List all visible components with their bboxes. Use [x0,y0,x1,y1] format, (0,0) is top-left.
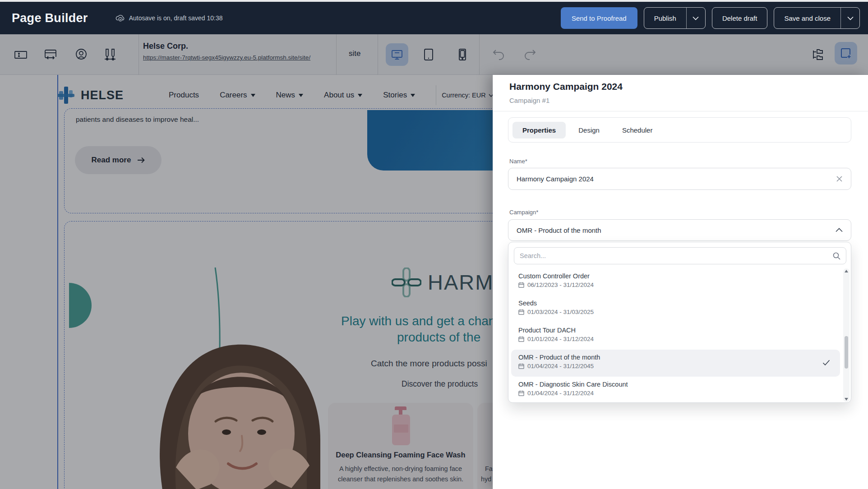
tablet-icon [422,48,435,61]
preview-tablet-button[interactable] [417,43,440,66]
campaign-select[interactable]: OMR - Product of the month [508,219,851,241]
variants-tool-icon[interactable] [103,47,117,62]
dropdown-scrollbar[interactable] [843,268,850,402]
undo-icon[interactable] [492,48,506,63]
nav-item-stories[interactable]: Stories [383,91,415,100]
tab-properties[interactable]: Properties [512,122,566,138]
search-icon [832,252,840,260]
harmony-subtext2: Discover the products [402,379,478,389]
sitemap-button[interactable] [807,43,829,66]
toolbar-divider [378,34,378,75]
calendar-icon [518,282,524,288]
section1-text: patients and diseases to improve heal... [76,115,199,124]
site-url-link[interactable]: https://master-7rqtwti-segx45igywzzy.eu-… [143,54,310,61]
preview-desktop-button[interactable] [386,43,408,66]
scroll-up-icon[interactable] [845,270,848,272]
chevron-down-icon [358,94,362,97]
page-builder-app: Page Builder Autosave is on, draft saved… [0,0,868,489]
chevron-down-icon [847,16,854,20]
check-icon [822,360,830,366]
calendar-icon [518,336,524,342]
read-more-button[interactable]: Read more [75,146,162,174]
nav-items: Products Careers News About us Stories [169,91,415,100]
product-bottle-image [392,406,410,445]
name-value: Harmony Campaign 2024 [517,175,836,183]
harmony-heading-line1: Play with us and get a chanc [341,314,502,328]
nav-item-about-us[interactable]: About us [324,91,362,100]
site-name: Helse Corp. [143,42,188,51]
layout-width-tool-icon[interactable] [43,47,58,62]
product-card[interactable]: Deep Cleansing Foaming Face Wash A highl… [328,403,473,489]
autosave-status: Autosave is on, draft saved 10:38 [115,13,223,23]
campaign-value: OMR - Product of the month [517,226,836,234]
harmony-subtext1: Catch the more products possi [371,359,487,369]
sitemap-icon [811,47,825,62]
calendar-icon [518,390,524,396]
chevron-down-icon [411,94,415,97]
add-section-button[interactable] [835,42,857,65]
autosave-cloud-icon [115,13,125,23]
toolbar-divider [336,34,337,75]
helse-logo[interactable]: HELSE [55,85,124,106]
preview-mobile-button[interactable] [451,43,474,66]
panel-subtitle: Campaign #1 [509,97,549,104]
site-scope-label: site [349,49,360,58]
dropdown-options: Custom Controller Order 06/12/2023 - 31/… [508,268,843,403]
chevron-down-icon [299,94,303,97]
chevron-down-icon [693,16,699,20]
model-photo [108,278,343,489]
tab-scheduler[interactable]: Scheduler [612,122,663,138]
scrollbar-thumb[interactable] [845,336,848,369]
mobile-icon [457,48,468,61]
nav-item-products[interactable]: Products [169,91,199,100]
calendar-icon [518,363,524,369]
dropdown-search[interactable] [514,247,846,264]
save-and-close-button[interactable]: Save and close [774,8,840,28]
currency-selector[interactable]: Currency: EUR [442,92,494,99]
scroll-down-icon[interactable] [845,398,848,401]
name-label: Name* [509,158,527,165]
arrow-right-icon [137,157,145,163]
publish-split-button: Publish [644,7,706,29]
app-title: Page Builder [12,11,88,25]
delete-draft-button[interactable]: Delete draft [712,7,768,29]
save-and-close-dropdown-toggle[interactable] [840,8,859,28]
panel-title: Harmony Campaign 2024 [509,81,623,92]
option-custom-controller-order[interactable]: Custom Controller Order 06/12/2023 - 31/… [511,268,840,295]
selection-edge [57,75,58,489]
option-omr-product-of-the-month[interactable]: OMR - Product of the month 01/04/2024 - … [511,350,840,377]
add-square-icon [839,46,853,60]
nav-item-news[interactable]: News [276,91,304,100]
save-and-close-split-button: Save and close [774,7,860,29]
campaign-dropdown: Custom Controller Order 06/12/2023 - 31/… [508,242,851,403]
top-header: Page Builder Autosave is on, draft saved… [0,2,868,34]
publish-button[interactable]: Publish [644,8,686,28]
toolbar-divider [479,34,480,75]
send-to-proofread-button[interactable]: Send to Proofread [561,7,637,29]
campaign-settings-panel: Harmony Campaign 2024 Campaign #1 Proper… [493,75,868,489]
brand-text: HELSE [81,88,124,102]
chevron-up-icon [836,228,843,232]
text-field-tool-icon[interactable] [14,47,28,62]
harmony-heading-line2: products of the [397,330,480,345]
helse-logo-icon [55,85,76,106]
tab-design[interactable]: Design [568,122,609,138]
header-actions: Send to Proofread Publish Delete draft S… [561,7,860,29]
nav-item-careers[interactable]: Careers [220,91,255,100]
redo-icon[interactable] [523,48,538,63]
desktop-icon [390,48,404,61]
option-product-tour-dach[interactable]: Product Tour DACH 01/01/2024 - 31/12/202… [511,323,840,350]
product-title: Deep Cleansing Foaming Face Wash [328,451,473,459]
publish-dropdown-toggle[interactable] [686,8,705,28]
chevron-down-icon [251,94,255,97]
autosave-text: Autosave is on, draft saved 10:38 [129,14,223,22]
option-omr-diagnostic-skin-care-discount[interactable]: OMR - Diagnostic Skin Care Discount 01/0… [511,377,840,403]
panel-tabs: Properties Design Scheduler [508,117,851,143]
name-field[interactable]: Harmony Campaign 2024 [508,168,851,190]
harmony-logo-icon [392,268,421,297]
clear-icon[interactable] [836,175,843,182]
search-input[interactable] [520,252,832,259]
persona-tool-icon[interactable] [74,47,88,62]
option-seeds[interactable]: Seeds 01/03/2024 - 31/03/2025 [511,295,840,323]
nav-divider [436,85,436,105]
